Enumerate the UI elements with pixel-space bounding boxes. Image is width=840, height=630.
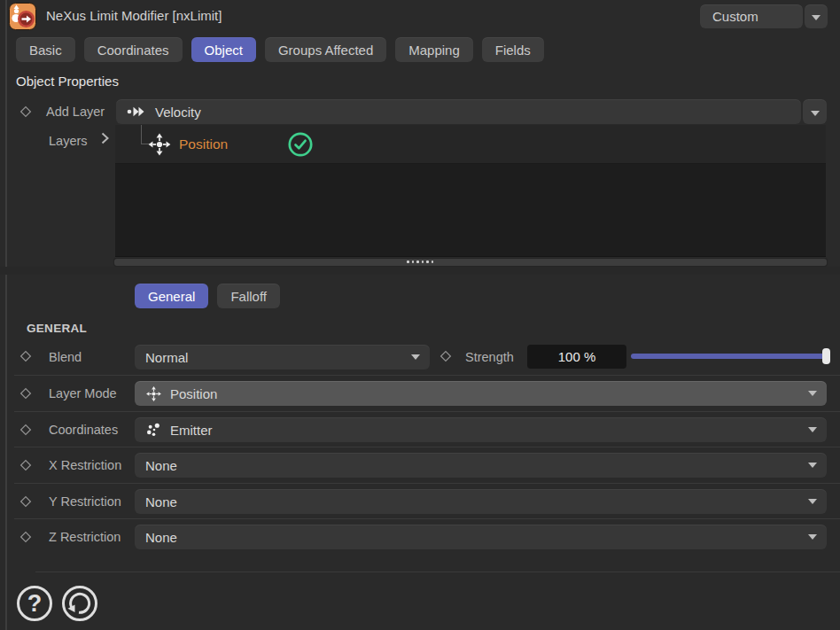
splitter-dots-icon (407, 261, 433, 263)
question-mark-icon: ? (15, 584, 54, 623)
layer-mode-label: Layer Mode (49, 381, 117, 406)
add-layer-label: Add Layer (46, 99, 105, 124)
x-restriction-dropdown[interactable]: None (135, 453, 827, 478)
strength-slider-fill (631, 354, 828, 359)
row-separator (14, 447, 840, 447)
preset-dropdown-arrow[interactable] (805, 4, 828, 28)
z-restriction-label: Z Restriction (49, 525, 121, 549)
footer-separator (35, 572, 840, 572)
keyframe-diamond-icon[interactable] (19, 424, 32, 436)
section-title: Object Properties (16, 74, 119, 89)
coordinates-value: Emitter (170, 423, 213, 438)
chevron-down-icon (808, 499, 817, 504)
reset-circular-arrow-icon (60, 584, 99, 623)
strength-slider[interactable] (631, 354, 828, 359)
layers-label: Layers (49, 128, 88, 153)
layer-mode-value: Position (170, 386, 217, 401)
keyframe-diamond-icon[interactable] (19, 459, 32, 471)
blend-value: Normal (145, 350, 188, 365)
subtab-bar: General Falloff (135, 284, 280, 308)
tab-object[interactable]: Object (191, 37, 256, 62)
help-button[interactable]: ? (15, 584, 54, 623)
tab-bar: Basic Coordinates Object Groups Affected… (16, 37, 544, 62)
horizontal-scrollbar[interactable] (113, 258, 828, 267)
strength-label: Strength (465, 345, 514, 369)
x-restriction-value: None (145, 458, 177, 473)
add-layer-dropdown[interactable]: Velocity (116, 99, 801, 124)
velocity-icon (127, 105, 147, 118)
keyframe-diamond-icon[interactable] (439, 350, 452, 362)
y-restriction-value: None (145, 494, 177, 509)
horizontal-scrollbar-thumb[interactable] (114, 259, 827, 266)
chevron-down-icon (808, 427, 817, 432)
panel-splitter-handle[interactable] (0, 267, 840, 275)
svg-text:?: ? (27, 590, 43, 617)
panel-left-edge (5, 0, 7, 630)
strength-slider-handle[interactable] (822, 348, 830, 364)
layer-mode-dropdown[interactable]: Position (135, 381, 827, 406)
strength-input[interactable] (527, 345, 626, 369)
tab-basic[interactable]: Basic (16, 37, 75, 62)
position-move-icon (147, 132, 172, 160)
position-move-icon (145, 385, 162, 402)
tab-coordinates[interactable]: Coordinates (84, 37, 183, 62)
row-separator (14, 375, 840, 376)
tab-groups-affected[interactable]: Groups Affected (265, 37, 386, 62)
tab-fields[interactable]: Fields (482, 37, 544, 62)
chevron-down-icon (808, 534, 817, 540)
y-restriction-label: Y Restriction (49, 489, 121, 514)
emitter-particles-icon (145, 422, 162, 439)
chevron-down-icon (811, 111, 820, 116)
nexus-modifier-icon (9, 3, 36, 30)
row-separator (14, 411, 840, 412)
chevron-down-icon (411, 354, 420, 360)
layers-tree[interactable]: Position (115, 125, 826, 257)
keyframe-diamond-icon[interactable] (19, 531, 32, 543)
reset-button[interactable] (60, 584, 99, 623)
layers-expand-chevron-icon[interactable] (101, 132, 109, 144)
chevron-down-icon (808, 463, 817, 468)
row-separator (14, 483, 840, 484)
window-title: NeXus Limit Modifier [nxLimit] (46, 0, 222, 32)
preset-dropdown[interactable]: Custom (700, 4, 803, 28)
chevron-down-icon (812, 15, 821, 20)
general-group-heading: GENERAL (27, 322, 87, 335)
layer-row-position[interactable]: Position (115, 125, 826, 164)
coordinates-dropdown[interactable]: Emitter (135, 417, 827, 442)
blend-label: Blend (49, 345, 82, 369)
keyframe-diamond-icon[interactable] (19, 495, 32, 508)
keyframe-diamond-icon[interactable] (19, 105, 32, 118)
x-restriction-label: X Restriction (49, 453, 121, 478)
subtab-falloff[interactable]: Falloff (217, 284, 280, 308)
add-layer-dropdown-arrow[interactable] (803, 99, 827, 124)
coordinates-label: Coordinates (49, 417, 118, 442)
title-bar: NeXus Limit Modifier [nxLimit] Custom (0, 0, 840, 34)
add-layer-value: Velocity (155, 105, 201, 120)
keyframe-diamond-icon[interactable] (19, 387, 32, 400)
chevron-down-icon (808, 391, 817, 396)
keyframe-diamond-icon[interactable] (19, 350, 32, 362)
tab-mapping[interactable]: Mapping (395, 37, 473, 62)
subtab-general[interactable]: General (135, 284, 208, 308)
z-restriction-value: None (145, 530, 177, 545)
row-separator (14, 518, 840, 519)
z-restriction-dropdown[interactable]: None (135, 525, 827, 549)
layer-enabled-check-icon[interactable] (287, 131, 314, 161)
y-restriction-dropdown[interactable]: None (135, 489, 827, 514)
layer-item-name: Position (179, 125, 228, 164)
blend-dropdown[interactable]: Normal (135, 345, 430, 369)
attribute-manager-panel: NeXus Limit Modifier [nxLimit] Custom Ba… (0, 0, 840, 630)
